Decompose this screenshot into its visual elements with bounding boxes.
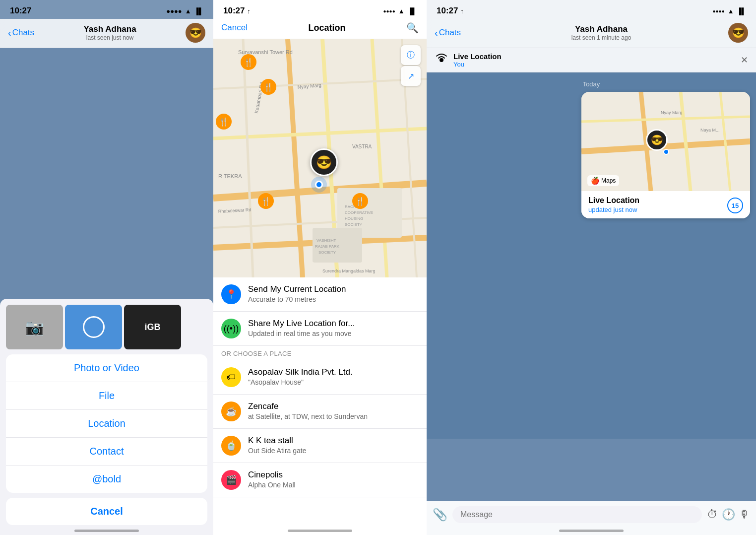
place-detail-kk-tea: Out Side Atira gate <box>248 447 307 455</box>
live-close-button[interactable]: ✕ <box>741 55 748 66</box>
timer-icon[interactable]: ⏱ <box>707 508 718 521</box>
search-icon[interactable]: 🔍 <box>406 22 419 34</box>
photo-video-action[interactable]: Photo or Video <box>6 354 207 382</box>
home-indicator-3 <box>559 530 624 532</box>
bubble-map: Nyay Marg Naya M... 😎 🍎 Maps <box>581 92 750 191</box>
live-loc-title: Live Location <box>453 52 502 61</box>
svg-text:Naya M...: Naya M... <box>700 128 720 133</box>
status-icons-2: ●●●● ▲ ▐▌ <box>383 7 417 15</box>
back-label-3[interactable]: Chats <box>439 28 461 38</box>
live-location-icon: ((•)) <box>221 319 241 338</box>
svg-text:COOPERATIVE: COOPERATIVE <box>345 210 373 215</box>
camera-icon: 📷 <box>25 319 44 336</box>
current-location-icon: 📍 <box>221 284 241 304</box>
place-detail-zencafe: at Satellite, at TDW, next to Sundervan <box>248 412 368 420</box>
chat-content-3: Today Nyay Marg Naya M... <box>427 72 756 439</box>
map-pin-5: 🍴 <box>258 193 274 209</box>
message-input[interactable] <box>452 506 702 523</box>
map-controls: ⓘ ↗ <box>401 45 421 86</box>
input-actions: ⏱ 🕐 🎙 <box>707 508 750 521</box>
place-cinepolis[interactable]: 🎬 Cinepolis Alpha One Mall <box>213 463 427 497</box>
action-items-list: Photo or Video File Location Contact @bo… <box>6 354 207 493</box>
today-label: Today <box>427 72 756 92</box>
place-name-zencafe: Zencafe <box>248 401 368 411</box>
back-label-1[interactable]: Chats <box>12 28 34 38</box>
avatar-3: 😎 <box>728 23 748 43</box>
status-bar-2: 10:27 ↑ ●●●● ▲ ▐▌ <box>213 0 427 19</box>
mic-icon[interactable]: 🎙 <box>739 508 750 521</box>
current-location-dot <box>315 181 323 189</box>
contact-action[interactable]: Contact <box>6 438 207 466</box>
file-action[interactable]: File <box>6 382 207 410</box>
chat-info-3: Yash Adhana last seen 1 minute ago <box>474 24 728 41</box>
panel-1: 10:27 ●●●● ▲ ▐▌ ‹ Chats Yash Adhana last… <box>0 0 213 535</box>
location-title: Location <box>308 23 345 33</box>
place-name-cinepolis: Cinepolis <box>248 470 296 480</box>
contact-status-3: last seen 1 minute ago <box>474 34 728 41</box>
clock-icon[interactable]: 🕐 <box>722 508 735 521</box>
share-live-subtitle: Updated in real time as you move <box>248 330 355 337</box>
or-choose-label: OR CHOOSE A PLACE <box>213 346 427 360</box>
time-2: 10:27 ↑ <box>223 6 251 16</box>
panel-2: 10:27 ↑ ●●●● ▲ ▐▌ Cancel Location 🔍 <box>213 0 427 535</box>
svg-text:Surendra Mangaldas Marg: Surendra Mangaldas Marg <box>322 268 376 273</box>
battery-icon-1: ▐▌ <box>194 7 203 15</box>
location-cancel-btn[interactable]: Cancel <box>221 23 248 33</box>
contact-status-1: last seen just now <box>39 34 181 41</box>
svg-text:Nyay Marg: Nyay Marg <box>661 110 683 115</box>
send-current-location-item[interactable]: 📍 Send My Current Location Accurate to 7… <box>213 277 427 312</box>
bubble-live-title: Live Location <box>588 196 639 205</box>
svg-text:RAJAB PARK: RAJAB PARK <box>315 244 340 249</box>
cancel-button[interactable]: Cancel <box>6 498 207 525</box>
location-action[interactable]: Location <box>6 410 207 438</box>
place-text-kk-tea: K K tea stall Out Side Atira gate <box>248 436 307 455</box>
camera-thumb[interactable]: 📷 <box>6 305 63 349</box>
map-message-bubble[interactable]: Nyay Marg Naya M... 😎 🍎 Maps <box>581 92 750 218</box>
signal-icon-2: ●●●● <box>383 8 395 14</box>
current-location-text: Send My Current Location Accurate to 70 … <box>248 284 346 303</box>
place-detail-asopalav: "Asopalav House" <box>248 378 353 386</box>
home-indicator-1 <box>74 530 139 532</box>
svg-text:VASHISHT: VASHISHT <box>316 238 336 243</box>
share-live-title: Share My Live Location for... <box>248 319 355 329</box>
wifi-icon-1: ▲ <box>185 7 191 15</box>
user-location-pin: 😎 <box>310 148 338 176</box>
signal-icon-1: ●●●● <box>166 7 182 15</box>
live-location-banner: Live Location You ✕ <box>427 48 756 72</box>
wifi-icon-2: ▲ <box>398 7 405 15</box>
photo-circle <box>83 316 105 338</box>
igb-label: iGB <box>144 322 160 333</box>
live-loc-text: Live Location You <box>453 52 502 68</box>
location-button[interactable]: ↗ <box>401 66 421 86</box>
photo-thumb-1[interactable] <box>65 305 122 349</box>
map-view[interactable]: Kadambari Rd Nyay Marg Suryavanshi Tower… <box>213 39 427 277</box>
place-text-zencafe: Zencafe at Satellite, at TDW, next to Su… <box>248 401 368 420</box>
photo-strip: 📷 iGB <box>0 299 213 349</box>
attach-icon[interactable]: 📎 <box>433 508 447 522</box>
info-button[interactable]: ⓘ <box>401 45 421 65</box>
svg-text:R TEKRA: R TEKRA <box>218 173 242 179</box>
send-current-title: Send My Current Location <box>248 284 346 294</box>
mention-action[interactable]: @bold <box>6 466 207 493</box>
back-arrow-icon-1: ‹ <box>8 27 11 39</box>
live-loc-left: Live Location You <box>435 52 502 68</box>
place-icon-zencafe: ☕ <box>221 401 241 421</box>
place-kk-tea[interactable]: 🍵 K K tea stall Out Side Atira gate <box>213 429 427 463</box>
place-asopalav[interactable]: 🏷 Asopalav Silk India Pvt. Ltd. "Asopala… <box>213 360 427 395</box>
photo-thumb-igb[interactable]: iGB <box>124 305 181 349</box>
chat-header-1: ‹ Chats Yash Adhana last seen just now 😎 <box>0 19 213 48</box>
svg-point-27 <box>440 58 443 62</box>
signal-icon-3: ●●●● <box>713 8 725 14</box>
mini-blue-dot <box>663 149 669 155</box>
place-zencafe[interactable]: ☕ Zencafe at Satellite, at TDW, next to … <box>213 395 427 429</box>
back-button-1[interactable]: ‹ Chats <box>8 27 34 39</box>
battery-icon-2: ▐▌ <box>408 7 417 15</box>
back-button-3[interactable]: ‹ Chats <box>435 27 474 39</box>
panel-3: 10:27 ↑ ●●●● ▲ ▐▌ ‹ Chats Yash Adhana la… <box>427 0 756 535</box>
share-live-location-item[interactable]: ((•)) Share My Live Location for... Upda… <box>213 312 427 346</box>
bubble-live-sub: updated just now <box>588 206 639 213</box>
place-text-cinepolis: Cinepolis Alpha One Mall <box>248 470 296 489</box>
time-1: 10:27 <box>10 6 31 16</box>
apple-icon: 🍎 <box>591 177 599 185</box>
svg-text:VASTRA: VASTRA <box>352 144 372 149</box>
